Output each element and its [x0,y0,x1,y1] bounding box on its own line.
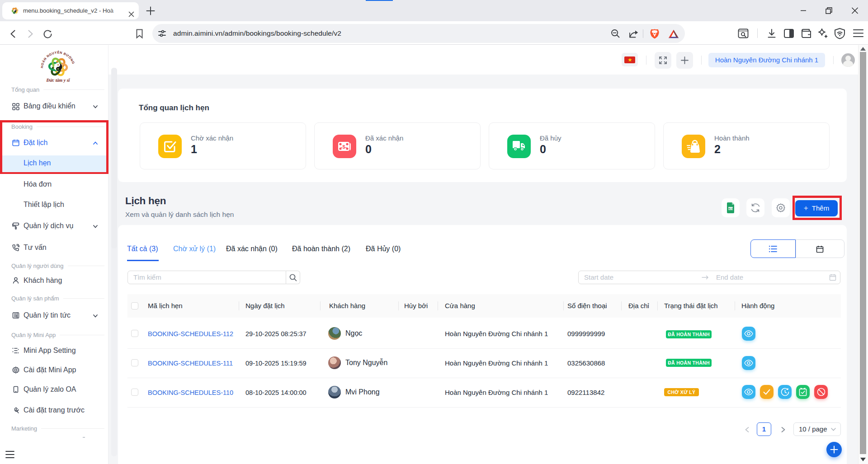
svg-text:-$-: -$- [341,144,347,150]
svg-text:XLS: XLS [728,207,733,210]
svg-text:Đức tâm y sĩ: Đức tâm y sĩ [46,78,71,83]
